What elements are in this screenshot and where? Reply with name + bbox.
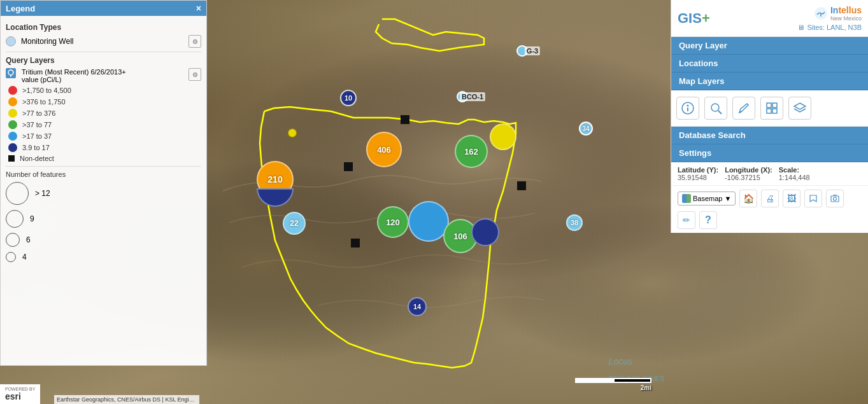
feature-circle-12	[6, 182, 29, 205]
map-point-34[interactable]: 34	[579, 122, 593, 136]
svg-point-7	[687, 105, 689, 107]
sites-info: 🖥 Sites: LANL, N3B	[797, 24, 862, 31]
color-label-1: >1,750 to 4,500	[22, 87, 71, 94]
esri-logo: esri	[5, 391, 35, 401]
attribution-text: Earthstar Geographics, CNES/Airbus DS | …	[54, 395, 199, 404]
color-label-4: >37 to 77	[22, 121, 52, 129]
color-range-2: >376 to 1,750	[6, 97, 201, 106]
color-range-5: >17 to 37	[6, 132, 201, 141]
intellus-tellus: tellus	[838, 5, 862, 15]
search-layer-button[interactable]	[704, 97, 727, 120]
map-point-406[interactable]: 406	[366, 132, 402, 167]
intellus-in: In	[830, 5, 838, 15]
scale-bar: 2mi	[575, 378, 651, 391]
monitoring-well-icon	[6, 36, 16, 46]
map-point-yellow-large[interactable]	[490, 123, 516, 150]
lon-label: Longitude (X):	[725, 166, 772, 174]
feature-count-12: > 12	[6, 182, 201, 205]
map-tools-button[interactable]	[760, 97, 783, 120]
svg-rect-12	[772, 103, 777, 108]
right-panel: GIS+ Intellus New Mexico	[671, 0, 868, 233]
lon-value: -106.37215	[725, 174, 772, 181]
map-square-2[interactable]	[344, 162, 353, 171]
feature-label-12: > 12	[35, 189, 50, 198]
location-types-label: Location Types	[6, 23, 201, 32]
legend-panel: Legend × Location Types Monitoring Well …	[0, 0, 207, 366]
feature-circle-6	[6, 233, 20, 247]
map-point-10[interactable]: 10	[340, 90, 357, 106]
basemap-chevron-icon: ▼	[724, 195, 731, 202]
color-label-5: >17 to 37	[22, 132, 52, 140]
scale-display-label: Scale:	[779, 166, 810, 174]
info-button[interactable]	[676, 97, 699, 120]
color-range-3: >77 to 376	[6, 109, 201, 118]
legend-header: Legend ×	[1, 1, 206, 16]
map-square-1[interactable]	[401, 115, 409, 124]
basemap-label: Basemap	[693, 195, 722, 202]
feature-label-9: 9	[30, 214, 34, 223]
feature-circle-4	[6, 252, 16, 262]
intellus-bird-icon	[813, 6, 829, 21]
feature-count-6: 6	[6, 233, 201, 247]
map-square-4[interactable]	[517, 181, 526, 190]
map-point-22[interactable]: 22	[283, 212, 306, 235]
monitoring-well-label: Monitoring Well	[21, 37, 73, 46]
query-layer-unit: value (pCi/L)	[22, 76, 126, 83]
map-point-yellow-dot[interactable]	[288, 129, 297, 137]
svg-rect-14	[772, 109, 777, 113]
color-range-1: >1,750 to 4,500	[6, 86, 201, 95]
camera-button[interactable]	[826, 190, 844, 207]
menu-locations[interactable]: Locations	[671, 55, 868, 73]
svg-rect-16	[831, 196, 839, 202]
color-label-6: 3.9 to 17	[22, 144, 50, 151]
svg-rect-8	[687, 108, 688, 111]
print-button[interactable]: 🖨	[761, 190, 779, 207]
esri-badge: POWERED BY esri	[0, 384, 40, 404]
svg-rect-13	[767, 109, 771, 113]
legend-close-button[interactable]: ×	[196, 3, 201, 13]
scale-display-value: 1:144,448	[779, 174, 810, 181]
help-button[interactable]: ?	[699, 211, 717, 229]
feature-label-4: 4	[22, 253, 27, 261]
feature-circle-9	[6, 210, 24, 228]
map-square-3[interactable]	[351, 239, 360, 247]
map-point-120[interactable]: 120	[377, 206, 409, 238]
feature-label-6: 6	[26, 235, 31, 244]
intellus-nm: New Mexico	[830, 15, 862, 22]
feature-count-4: 4	[6, 252, 201, 262]
image-button[interactable]: 🖼	[783, 190, 800, 207]
monitoring-well-settings[interactable]: ⚙	[189, 35, 201, 48]
draw-tool-button[interactable]: ✏	[678, 211, 695, 229]
home-button[interactable]: 🏠	[739, 190, 757, 207]
basemap-selector[interactable]: Basemap ▼	[678, 192, 736, 205]
svg-line-10	[718, 111, 722, 114]
menu-map-layers[interactable]: Map Layers	[671, 73, 868, 90]
lat-value: 35.91548	[678, 174, 718, 181]
gis-plus-text: GIS+	[678, 11, 710, 25]
map-point-dark-blue[interactable]	[471, 218, 499, 246]
longitude-group: Longitude (X): -106.37215	[725, 166, 772, 181]
map-point-162[interactable]: 162	[455, 135, 488, 168]
map-label-G3: G-3	[525, 46, 540, 55]
menu-query-layer[interactable]: Query Layer	[671, 37, 868, 55]
query-layer-settings[interactable]: ⚙	[189, 68, 201, 81]
color-label-3: >77 to 376	[22, 109, 55, 117]
feature-count-9: 9	[6, 210, 201, 228]
layers-button[interactable]	[788, 97, 811, 120]
color-range-4: >37 to 77	[6, 120, 201, 129]
color-range-7: Non-detect	[6, 155, 201, 162]
map-point-14[interactable]: 14	[408, 297, 427, 316]
map-point-38[interactable]: 38	[566, 214, 583, 231]
draw-button[interactable]	[732, 97, 755, 120]
menu-settings[interactable]: Settings	[671, 144, 868, 162]
svg-point-17	[834, 197, 837, 200]
color-range-6: 3.9 to 17	[6, 143, 201, 152]
menu-database-search[interactable]: Database Search	[671, 127, 868, 144]
query-layer-icon	[6, 68, 16, 78]
coordinates-section: Latitude (Y): 35.91548 Longitude (X): -1…	[671, 162, 868, 186]
bookmark-button[interactable]	[804, 190, 822, 207]
esri-powered-label: POWERED BY	[5, 387, 35, 391]
basemap-section: Basemap ▼ 🏠 🖨 🖼 ✏ ?	[671, 186, 868, 233]
svg-point-3	[8, 70, 13, 75]
color-label-2: >376 to 1,750	[22, 98, 66, 106]
